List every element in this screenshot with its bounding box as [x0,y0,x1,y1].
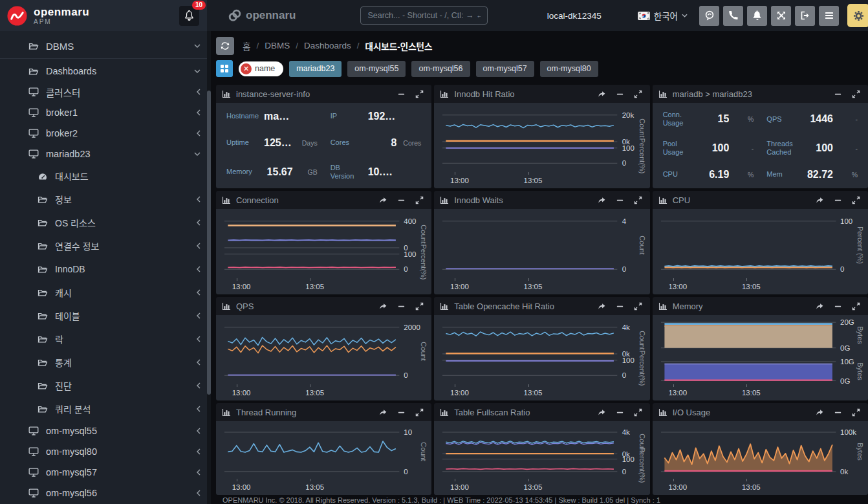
breadcrumb-link[interactable]: Dashboards [304,41,351,50]
sidebar-item-캐시[interactable]: 캐시 [0,281,211,304]
alerts-button[interactable] [747,6,767,26]
share-button[interactable] [815,302,824,311]
expand-button[interactable] [852,408,860,417]
sidebar-item-broker1[interactable]: broker1 [0,102,211,123]
sign-out-button[interactable] [795,6,815,26]
minimize-button[interactable] [616,196,624,204]
share-button[interactable] [378,196,387,204]
expand-button[interactable] [852,90,860,98]
phone-button[interactable] [723,6,743,26]
minimize-button[interactable] [397,302,406,311]
minimize-button[interactable] [834,302,842,311]
expand-button[interactable] [415,196,424,204]
sidebar-item-테이블[interactable]: 테이블 [0,304,211,327]
sidebar-item-연결수-정보[interactable]: 연결수 정보 [0,234,211,257]
breadcrumb-link[interactable]: DBMS [265,41,290,50]
sidebar-item-om-mysql80[interactable]: om-mysql80 [0,441,211,462]
stat-uptime: Uptime125.78Days [226,137,318,149]
grid-view-button[interactable] [216,60,233,77]
openmaru-chat-button[interactable] [699,6,719,26]
stats-grid: Conn. Usage15%QPS1446-Pool Usage100-Thre… [653,103,868,188]
monitor-icon [28,149,39,159]
tab-mariadb23[interactable]: mariadb23 [289,61,342,77]
share-button[interactable] [597,90,606,98]
panel-qps: QPS20000Count13:0013:05 [216,297,431,400]
menu-button[interactable] [819,6,839,26]
sidebar-item-innodb[interactable]: InnoDB [0,257,211,281]
sidebar-item-om-mysql57[interactable]: om-mysql57 [0,462,211,483]
stat-conn-usage: Conn. Usage15% [663,111,754,127]
main-content: 홈/DBMS/Dashboards/대시보드-인스턴스 name mariadb… [211,31,868,504]
tab-om-mysql80[interactable]: om-mysql80 [540,61,598,77]
stat-value: 15.67 [264,166,293,178]
sidebar-item-락[interactable]: 락 [0,327,211,351]
brand[interactable]: openmaru APM [6,5,89,27]
sidebar-scrollbar-thumb[interactable] [207,91,211,395]
notifications-button[interactable]: 10 [179,6,199,26]
sidebar-item-dashboards[interactable]: Dashboards [0,61,211,82]
filter-pill: name [239,61,283,76]
sidebar-item-dbms[interactable]: DBMS [0,34,211,59]
search-input[interactable] [360,6,487,25]
sidebar-item-진단[interactable]: 진단 [0,374,211,397]
sidebar-item-broker2[interactable]: broker2 [0,123,211,144]
sidebar-item-om-mysql56[interactable]: om-mysql56 [0,483,211,503]
minimize-button[interactable] [616,90,624,98]
share-button[interactable] [597,302,606,311]
share-button[interactable] [378,408,387,417]
tab-om-mysql55[interactable]: om-mysql55 [347,61,406,77]
sidebar-item-클러스터[interactable]: 클러스터 [0,82,211,102]
panel-title: Connection [236,195,373,205]
minimize-button[interactable] [616,302,624,311]
sidebar-item-대시보드[interactable]: 대시보드 [0,164,211,188]
refresh-button[interactable] [216,37,234,55]
breadcrumb-link[interactable]: 홈 [243,39,250,52]
remove-filter-icon[interactable] [241,63,252,74]
y-axis-label: Bytes [856,362,864,380]
sidebar-item-쿼리-분석[interactable]: 쿼리 분석 [0,397,211,421]
expand-button[interactable] [415,408,424,417]
panel-instance-server-info: instance-server-infoHostnamemariadbIP192… [216,85,431,188]
tab-om-mysql56[interactable]: om-mysql56 [411,61,470,77]
chevron-left-icon [197,406,201,412]
minimize-button[interactable] [834,196,842,204]
expand-button[interactable] [415,90,424,98]
share-button[interactable] [597,196,606,204]
chart-qps: 20000Count13:0013:05 [216,315,431,400]
sidebar-item-label: broker1 [46,107,190,118]
expand-button[interactable] [852,196,860,204]
y-tick-label: 4k [622,323,630,331]
expand-button[interactable] [634,196,642,204]
sidebar-item-통계[interactable]: 통계 [0,351,211,374]
expand-button[interactable] [634,302,642,311]
sidebar-item-mariadb23[interactable]: mariadb23 [0,144,211,164]
x-tick-label: 13:00 [450,483,469,491]
settings-button[interactable] [847,4,868,27]
minimize-button[interactable] [834,408,842,417]
minimize-button[interactable] [834,90,842,98]
sidebar-item-label: InnoDB [55,264,190,274]
panel-body: 4000Count1000Percent(%)13:0013:05 [216,209,431,294]
language-selector[interactable]: 한국어 [638,9,688,22]
share-button[interactable] [378,302,387,311]
expand-button[interactable] [415,302,424,311]
tab-om-mysql57[interactable]: om-mysql57 [476,61,534,77]
minimize-button[interactable] [616,408,624,417]
minimize-button[interactable] [397,90,406,98]
expand-button[interactable] [634,90,642,98]
share-button[interactable] [597,408,606,417]
sidebar-item-os-리소스[interactable]: OS 리소스 [0,211,211,234]
share-button[interactable] [815,196,824,204]
sidebar-item-정보[interactable]: 정보 [0,188,211,211]
stat-threads-cached: Threads Cached100- [766,140,858,157]
share-button[interactable] [815,408,824,417]
minimize-button[interactable] [397,196,406,204]
chart-icon [658,408,667,417]
minimize-button[interactable] [397,408,406,417]
sidebar-item-om-mysql55[interactable]: om-mysql55 [0,421,211,441]
expand-button[interactable] [852,302,860,311]
fullscreen-button[interactable] [771,6,791,26]
sidebar-item-label: om-mysql56 [46,488,190,498]
expand-button[interactable] [634,408,642,417]
x-tick-mark [673,384,674,387]
